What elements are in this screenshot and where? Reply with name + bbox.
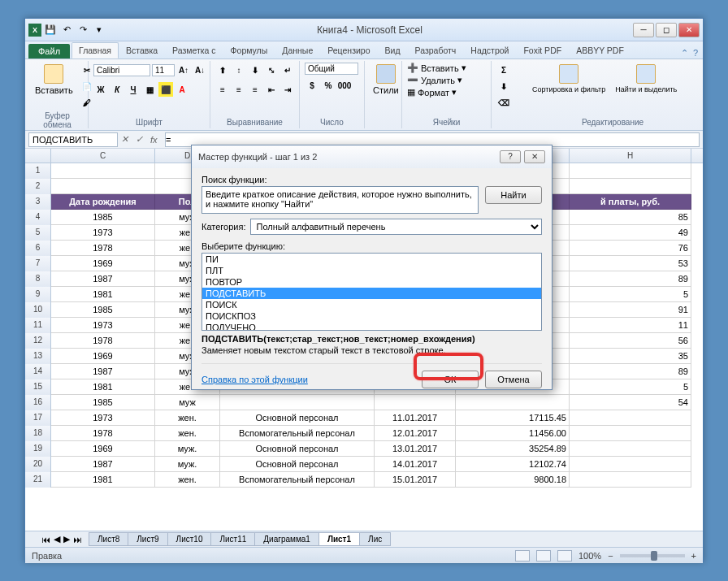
row-header-6[interactable]: 6 [25,241,51,256]
row-header-2[interactable]: 2 [25,179,51,194]
cell[interactable]: 1987 [51,364,155,379]
cell[interactable]: 1985 [51,210,155,225]
comma-icon[interactable]: 000 [337,78,352,93]
table-header[interactable]: Дата рождения [51,194,155,210]
cell[interactable]: муж. [155,441,220,457]
cell[interactable]: Основной персонал [220,441,375,457]
cell[interactable]: жен. [155,410,220,426]
number-format-select[interactable] [305,63,358,75]
wrap-text-icon[interactable]: ↵ [280,63,295,77]
cell[interactable]: 11.01.2017 [375,410,456,426]
dialog-titlebar[interactable]: Мастер функций - шаг 1 из 2 ? ✕ [192,145,552,168]
col-header-H[interactable]: H [570,149,691,163]
cell[interactable]: жен. [155,472,220,488]
insert-cells-button[interactable]: ➕Вставить ▾ [407,63,466,73]
cell[interactable]: 76 [570,241,691,256]
cell[interactable]: 5 [570,287,691,302]
function-search-input[interactable]: Введите краткое описание действия, котор… [202,186,479,214]
indent-inc-icon[interactable]: ⇥ [280,82,295,97]
cell[interactable]: 1987 [51,457,155,472]
sort-filter-button[interactable]: Сортировка и фильтр [529,63,609,95]
function-item-ПОДСТАВИТЬ[interactable]: ПОДСТАВИТЬ [202,288,541,299]
cell[interactable]: муж. [155,457,220,472]
cancel-button[interactable]: Отмена [485,371,542,388]
cell[interactable]: 35 [570,349,691,364]
cell[interactable]: 1985 [51,302,155,318]
autosum-icon[interactable]: Σ [496,63,511,77]
sheet-tab-Лист10[interactable]: Лист10 [167,532,212,546]
undo-icon[interactable]: ↶ [59,23,74,37]
enter-formula-icon[interactable]: ✓ [136,134,150,145]
ribbon-tab-Данные[interactable]: Данные [275,42,320,59]
cell[interactable]: 1973 [51,318,155,333]
function-item-ПИ[interactable]: ПИ [202,254,541,265]
fill-icon[interactable]: ⬇ [496,79,511,93]
ok-button[interactable]: ОК [422,371,479,388]
dialog-close-button[interactable]: ✕ [524,150,545,163]
tab-nav-first-icon[interactable]: ⏮ [41,535,50,544]
cell[interactable]: Вспомогательный персонал [220,426,375,441]
col-header-C[interactable]: C [51,149,155,163]
cell[interactable]: 89 [570,271,691,287]
sheet-tab-Лист11[interactable]: Лист11 [210,532,255,546]
cell[interactable]: 9800.18 [456,472,570,488]
row-header-9[interactable]: 9 [25,287,51,302]
align-middle-icon[interactable]: ↕ [232,63,246,77]
currency-icon[interactable]: $ [305,78,319,93]
cell[interactable] [570,426,691,441]
cell[interactable]: 15.01.2017 [375,472,456,488]
cell[interactable] [570,457,691,472]
ribbon-tab-Foxit PDF[interactable]: Foxit PDF [516,42,569,59]
sheet-tab-Лист1[interactable]: Лист1 [318,532,360,546]
delete-cells-button[interactable]: ➖Удалить ▾ [407,75,462,85]
minimize-button[interactable]: ─ [633,23,654,37]
row-header-18[interactable]: 18 [25,426,51,441]
cell[interactable]: 91 [570,302,691,318]
close-button[interactable]: ✕ [678,23,700,37]
grow-font-icon[interactable]: A↑ [176,63,191,77]
tab-nav-next-icon[interactable]: ▶ [63,534,70,544]
maximize-button[interactable]: ◻ [656,23,677,37]
italic-button[interactable]: К [110,82,124,97]
sheet-tab-Лист8[interactable]: Лист8 [89,532,128,546]
fill-color-button[interactable]: ⬛ [158,82,173,97]
align-left-icon[interactable]: ≡ [215,82,230,97]
cell[interactable]: 5 [570,379,691,395]
cell[interactable]: 1981 [51,287,155,302]
qat-more-icon[interactable]: ▾ [92,23,106,37]
font-size-select[interactable] [152,64,175,76]
cell[interactable]: 1985 [51,395,155,410]
function-item-ПЛТ[interactable]: ПЛТ [202,265,541,276]
select-all-corner[interactable] [25,149,51,163]
cell[interactable]: 12.01.2017 [375,426,456,441]
sheet-tab-Лис[interactable]: Лис [359,532,391,546]
cell[interactable]: 1978 [51,333,155,349]
function-item-ПОИСК[interactable]: ПОИСК [202,299,541,310]
cell[interactable] [456,395,570,410]
cell[interactable]: жен. [155,426,220,441]
cell[interactable]: 1969 [51,256,155,271]
sheet-tab-Лист9[interactable]: Лист9 [128,532,167,546]
row-header-4[interactable]: 4 [25,210,51,225]
save-icon[interactable]: 💾 [43,23,58,37]
row-header-19[interactable]: 19 [25,441,51,457]
ribbon-tab-Рецензиро[interactable]: Рецензиро [320,42,377,59]
align-top-icon[interactable]: ⬆ [215,63,230,77]
tab-nav-last-icon[interactable]: ⏭ [73,535,82,544]
cell[interactable]: 53 [570,256,691,271]
dialog-help-button[interactable]: ? [500,150,521,163]
ribbon-tab-Вид[interactable]: Вид [378,42,408,59]
view-layout-button[interactable] [536,550,551,561]
underline-button[interactable]: Ч [126,82,141,97]
cell[interactable]: 1973 [51,225,155,241]
ribbon-tab-Главная[interactable]: Главная [72,42,119,59]
cell[interactable]: 1981 [51,379,155,395]
ribbon-tab-Разработч[interactable]: Разработч [408,42,464,59]
cell[interactable]: 13.01.2017 [375,441,456,457]
align-center-icon[interactable]: ≡ [232,82,246,97]
row-header-17[interactable]: 17 [25,410,51,426]
row-header-21[interactable]: 21 [25,472,51,488]
border-button[interactable]: ▦ [142,82,157,97]
cell[interactable]: 11456.00 [456,426,570,441]
row-header-14[interactable]: 14 [25,364,51,379]
